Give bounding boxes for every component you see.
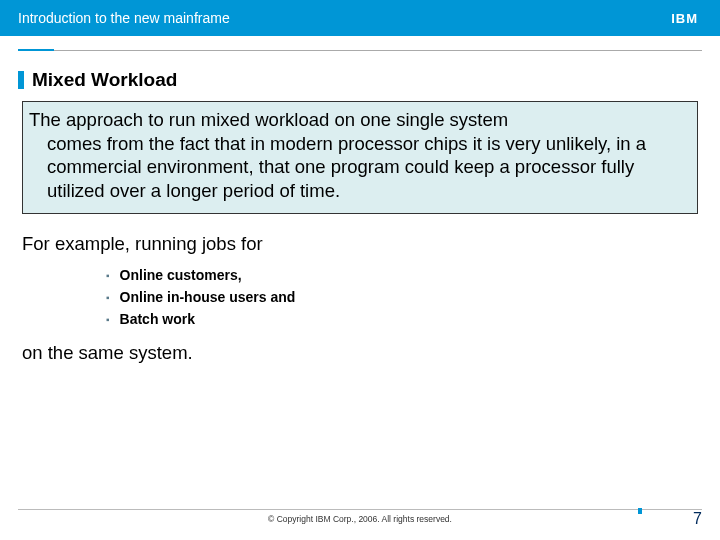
boxed-text-rest: comes from the fact that in modern proce… bbox=[29, 132, 691, 203]
ibm-logo-text: IBM bbox=[671, 11, 698, 26]
slide-heading: Mixed Workload bbox=[32, 69, 177, 91]
bullet-list: Online customers, Online in-house users … bbox=[106, 267, 698, 329]
footer-divider bbox=[18, 509, 702, 510]
ibm-logo: IBM bbox=[671, 11, 702, 26]
copyright-text: © Copyright IBM Corp., 2006. All rights … bbox=[18, 514, 702, 524]
page-number: 7 bbox=[693, 510, 702, 528]
header-bar: Introduction to the new mainframe IBM bbox=[0, 0, 720, 36]
slide-container: Introduction to the new mainframe IBM Mi… bbox=[0, 0, 720, 540]
heading-accent-icon bbox=[18, 71, 24, 89]
boxed-text: The approach to run mixed workload on on… bbox=[29, 108, 691, 203]
example-lead: For example, running jobs for bbox=[22, 232, 698, 256]
header-title: Introduction to the new mainframe bbox=[18, 10, 230, 26]
header-divider bbox=[18, 50, 702, 51]
heading-row: Mixed Workload bbox=[18, 69, 702, 91]
boxed-text-line1: The approach to run mixed workload on on… bbox=[29, 109, 508, 130]
list-item: Online customers, bbox=[106, 267, 698, 285]
highlight-box: The approach to run mixed workload on on… bbox=[22, 101, 698, 214]
closing-text: on the same system. bbox=[22, 341, 698, 365]
header-accent-icon bbox=[18, 49, 54, 51]
list-item: Batch work bbox=[106, 311, 698, 329]
footer: © Copyright IBM Corp., 2006. All rights … bbox=[18, 509, 702, 524]
footer-accent-icon bbox=[638, 508, 642, 514]
list-item: Online in-house users and bbox=[106, 289, 698, 307]
content-area: The approach to run mixed workload on on… bbox=[0, 101, 720, 540]
